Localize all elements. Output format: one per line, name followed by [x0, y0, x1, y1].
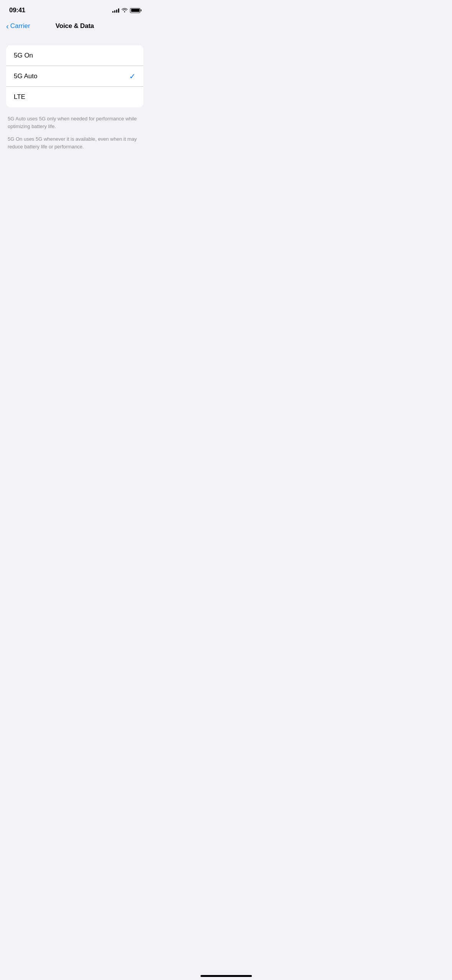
- option-5g-on-label: 5G On: [14, 52, 33, 59]
- option-5g-auto[interactable]: 5G Auto ✓: [6, 66, 143, 87]
- main-content: 5G On 5G Auto ✓ LTE 5G Auto uses 5G only…: [0, 36, 150, 150]
- back-label: Carrier: [10, 22, 30, 30]
- status-time: 09:41: [9, 7, 25, 14]
- signal-icon: [112, 8, 119, 13]
- back-chevron-icon: ‹: [6, 22, 9, 30]
- page-title: Voice & Data: [56, 22, 94, 30]
- option-5g-on[interactable]: 5G On: [6, 45, 143, 66]
- status-bar: 09:41: [0, 0, 150, 19]
- option-lte[interactable]: LTE: [6, 87, 143, 107]
- options-card: 5G On 5G Auto ✓ LTE: [6, 45, 143, 107]
- description-5g-auto: 5G Auto uses 5G only when needed for per…: [8, 115, 142, 130]
- description-section: 5G Auto uses 5G only when needed for per…: [6, 112, 143, 150]
- checkmark-icon: ✓: [129, 72, 136, 81]
- back-button[interactable]: ‹ Carrier: [6, 22, 30, 30]
- status-icons: [112, 7, 140, 13]
- nav-header: ‹ Carrier Voice & Data: [0, 19, 150, 36]
- option-lte-label: LTE: [14, 93, 25, 101]
- battery-icon: [130, 8, 140, 13]
- option-5g-auto-label: 5G Auto: [14, 72, 37, 80]
- wifi-icon: [122, 7, 128, 13]
- description-5g-on: 5G On uses 5G whenever it is available, …: [8, 135, 142, 150]
